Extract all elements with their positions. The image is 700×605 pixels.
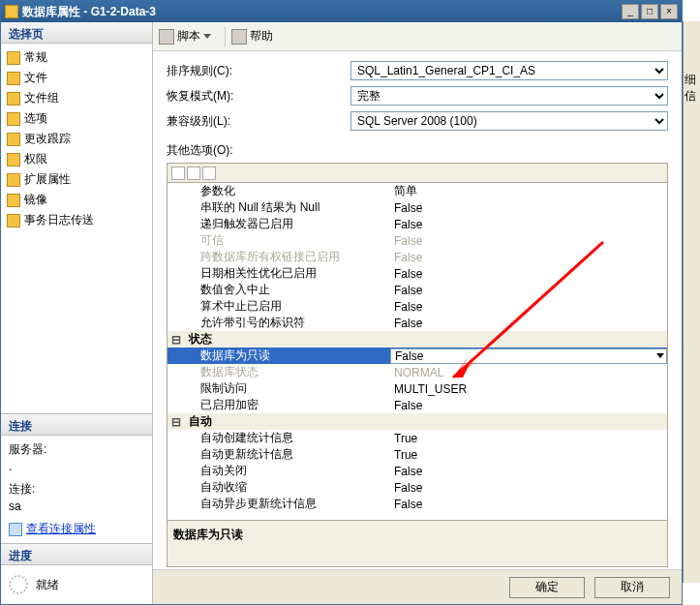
grid-value: False xyxy=(390,234,667,248)
grid-key: 自动创建统计信息 xyxy=(185,430,390,446)
window-title: 数据库属性 - G1-2-Data-3 xyxy=(22,4,620,20)
grid-key: 已启用加密 xyxy=(185,397,390,413)
progress-header: 进度 xyxy=(1,544,152,565)
grid-row[interactable]: 自动关闭False xyxy=(167,463,667,479)
sidebar-item[interactable]: 文件 xyxy=(5,68,148,88)
property-grid[interactable]: 参数化简单串联的 Null 结果为 NullFalse递归触发器已启用False… xyxy=(167,182,668,521)
grid-value: False xyxy=(390,481,667,495)
grid-row[interactable]: 允许带引号的标识符False xyxy=(167,315,667,331)
grid-key: 允许带引号的标识符 xyxy=(185,315,390,331)
grid-value: False xyxy=(390,399,667,412)
select-page-header: 选择页 xyxy=(1,22,152,44)
expand-icon[interactable] xyxy=(202,166,216,180)
grid-key: 自动收缩 xyxy=(185,479,390,496)
grid-category[interactable]: ⊟自动 xyxy=(167,413,667,430)
sidebar-item[interactable]: 选项 xyxy=(5,108,148,129)
grid-row[interactable]: 已启用加密False xyxy=(167,397,667,413)
grid-key: 数值舍入中止 xyxy=(185,282,390,298)
page-icon xyxy=(7,153,20,166)
grid-value: True xyxy=(390,448,667,462)
grid-value: False xyxy=(390,498,667,511)
chevron-down-icon xyxy=(203,34,211,39)
grid-row[interactable]: 数据库为只读False xyxy=(167,348,667,364)
view-connection-link[interactable]: 查看连接属性 xyxy=(9,521,144,537)
conn-label: 连接: xyxy=(9,481,144,498)
cancel-button[interactable]: 取消 xyxy=(594,577,670,598)
grid-row[interactable]: 算术中止已启用False xyxy=(167,298,667,315)
sidebar-item[interactable]: 镜像 xyxy=(5,190,148,210)
ok-button[interactable]: 确定 xyxy=(509,577,585,598)
sidebar-item[interactable]: 扩展属性 xyxy=(5,169,148,190)
dialog-body: 选择页 常规文件文件组选项更改跟踪权限扩展属性镜像事务日志传送 连接 服务器: … xyxy=(1,22,682,604)
grid-row[interactable]: 递归触发器已启用False xyxy=(167,216,667,232)
grid-category[interactable]: ⊟状态 xyxy=(167,331,667,348)
sidebar-item-label: 权限 xyxy=(24,151,47,167)
sort-az-icon[interactable] xyxy=(187,166,200,180)
sidebar-item[interactable]: 常规 xyxy=(5,47,148,68)
collapse-icon[interactable]: ⊟ xyxy=(167,333,185,347)
grid-key: 自动更新统计信息 xyxy=(185,446,390,463)
content-toolbar: 脚本 帮助 xyxy=(153,22,682,51)
collation-label: 排序规则(C): xyxy=(167,63,350,79)
progress-status: 就绪 xyxy=(36,577,59,593)
sidebar-item-label: 文件 xyxy=(24,70,47,86)
grid-value: False xyxy=(390,251,667,264)
grid-key: 限制访问 xyxy=(185,380,390,397)
titlebar[interactable]: 数据库属性 - G1-2-Data-3 _ □ × xyxy=(1,1,682,22)
script-button[interactable]: 脚本 xyxy=(159,28,211,45)
help-button[interactable]: 帮助 xyxy=(231,28,273,45)
grid-row[interactable]: 数据库状态NORMAL xyxy=(167,364,667,380)
page-icon xyxy=(7,72,20,85)
grid-row[interactable]: 串联的 Null 结果为 NullFalse xyxy=(167,199,667,216)
conn-value: sa xyxy=(9,499,144,513)
grid-row[interactable]: 自动异步更新统计信息False xyxy=(167,496,667,512)
view-connection-text: 查看连接属性 xyxy=(26,521,96,537)
sidebar-item-label: 选项 xyxy=(24,110,47,127)
grid-value: False xyxy=(390,201,667,215)
dialog-window: 数据库属性 - G1-2-Data-3 _ □ × 选择页 常规文件文件组选项更… xyxy=(0,0,683,605)
maximize-button[interactable]: □ xyxy=(641,4,658,19)
page-nav: 常规文件文件组选项更改跟踪权限扩展属性镜像事务日志传送 xyxy=(1,44,152,234)
sidebar-item[interactable]: 事务日志传送 xyxy=(5,210,148,230)
grid-toolbar xyxy=(167,163,668,182)
collation-select[interactable]: SQL_Latin1_General_CP1_CI_AS xyxy=(350,61,668,80)
side-text: 细信 xyxy=(684,70,700,106)
page-icon xyxy=(7,51,20,65)
grid-row[interactable]: 自动更新统计信息True xyxy=(167,446,667,463)
grid-key: 日期相关性优化已启用 xyxy=(185,265,390,282)
help-icon xyxy=(231,29,247,45)
chevron-down-icon[interactable] xyxy=(656,353,664,358)
collapse-icon[interactable]: ⊟ xyxy=(167,415,185,429)
grid-row[interactable]: 日期相关性优化已启用False xyxy=(167,265,667,282)
close-button[interactable]: × xyxy=(660,4,678,19)
grid-value: True xyxy=(390,432,667,445)
button-bar: 确定 取消 xyxy=(153,569,682,604)
sidebar-item[interactable]: 更改跟踪 xyxy=(5,129,148,149)
grid-key: 可信 xyxy=(185,232,390,249)
sidebar-item[interactable]: 权限 xyxy=(5,149,148,169)
server-value: . xyxy=(9,460,144,473)
connection-header: 连接 xyxy=(1,414,152,436)
grid-row[interactable]: 参数化简单 xyxy=(167,183,667,199)
other-options-label: 其他选项(O): xyxy=(167,142,668,159)
grid-value: False xyxy=(390,267,667,281)
compat-select[interactable]: SQL Server 2008 (100) xyxy=(350,111,668,131)
compat-label: 兼容级别(L): xyxy=(167,113,350,130)
grid-value: False xyxy=(390,284,667,297)
app-icon xyxy=(5,5,18,18)
categorize-icon[interactable] xyxy=(171,166,185,180)
grid-value: False xyxy=(390,218,667,231)
grid-row[interactable]: 跨数据库所有权链接已启用False xyxy=(167,249,667,265)
recovery-select[interactable]: 完整 xyxy=(350,86,668,106)
minimize-button[interactable]: _ xyxy=(622,4,639,19)
grid-row[interactable]: 可信False xyxy=(167,232,667,249)
grid-row[interactable]: 数值舍入中止False xyxy=(167,282,667,298)
grid-row[interactable]: 自动收缩False xyxy=(167,479,667,496)
grid-value[interactable]: False xyxy=(390,348,667,364)
grid-value: 简单 xyxy=(390,183,667,199)
sidebar-item-label: 常规 xyxy=(24,49,47,66)
sidebar-item[interactable]: 文件组 xyxy=(5,88,148,108)
grid-row[interactable]: 自动创建统计信息True xyxy=(167,430,667,446)
grid-key: 自动关闭 xyxy=(185,463,390,479)
grid-row[interactable]: 限制访问MULTI_USER xyxy=(167,380,667,397)
